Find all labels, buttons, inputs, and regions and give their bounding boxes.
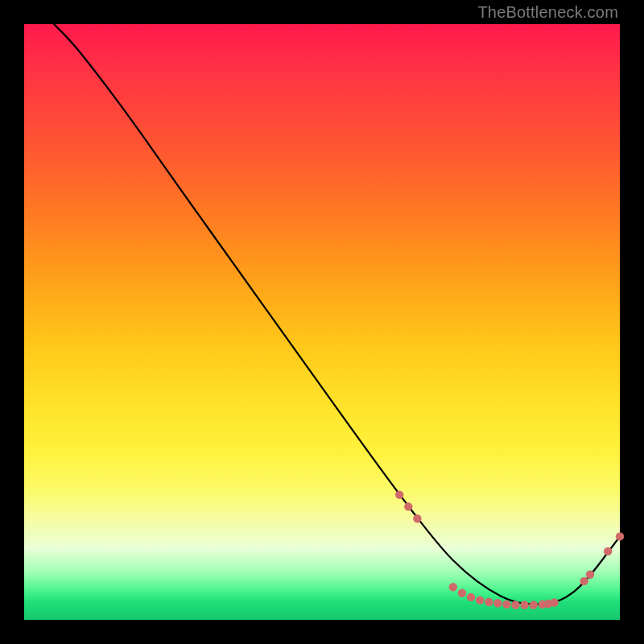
plot-area xyxy=(24,24,620,620)
data-marker xyxy=(413,514,421,522)
marker-group xyxy=(395,490,624,609)
data-marker xyxy=(520,601,528,609)
bottleneck-curve xyxy=(54,24,620,605)
data-marker xyxy=(530,601,538,609)
data-marker xyxy=(550,598,558,606)
data-marker xyxy=(511,601,519,609)
data-marker xyxy=(404,502,412,510)
data-marker xyxy=(580,577,588,585)
watermark-text: TheBottleneck.com xyxy=(477,3,618,22)
curve-layer xyxy=(24,24,620,620)
data-marker xyxy=(502,601,510,609)
data-marker xyxy=(395,490,403,498)
data-marker xyxy=(449,583,457,591)
data-marker xyxy=(458,589,466,597)
chart-frame: TheBottleneck.com xyxy=(0,0,644,644)
data-marker xyxy=(485,598,493,606)
data-marker xyxy=(467,593,475,601)
data-marker xyxy=(493,599,502,607)
data-marker xyxy=(604,547,612,555)
data-marker xyxy=(586,571,594,579)
data-marker xyxy=(476,596,484,604)
data-marker xyxy=(616,532,624,540)
